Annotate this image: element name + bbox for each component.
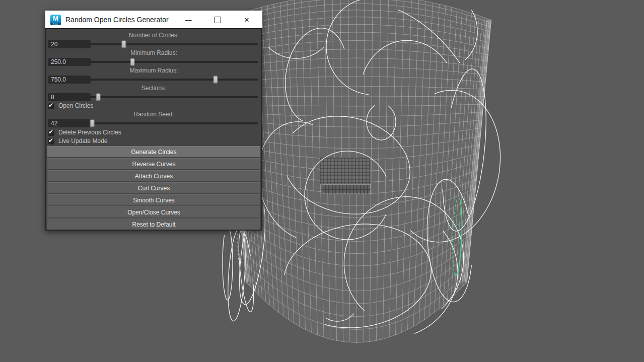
maya-icon-letter: M	[50, 15, 61, 23]
open-circles-checkbox-row[interactable]: ✔ Open Circles	[46, 103, 261, 109]
num-circles-field[interactable]	[48, 40, 91, 48]
maximize-icon	[214, 17, 221, 23]
minimize-icon: —	[185, 16, 192, 24]
max-radius-row	[46, 75, 261, 84]
maya-app-icon: M AVA	[50, 15, 61, 25]
max-radius-label: Maximum Radius:	[46, 67, 261, 74]
min-radius-row	[46, 57, 261, 66]
num-circles-slider[interactable]	[90, 43, 258, 45]
sections-row	[46, 93, 261, 102]
sections-slider[interactable]	[90, 96, 258, 98]
minimize-button[interactable]: —	[183, 11, 194, 29]
num-circles-row	[46, 40, 261, 49]
close-icon: ✕	[244, 16, 250, 24]
random-seed-row	[46, 119, 261, 128]
delete-previous-checkbox-label: Delete Previous Circles	[58, 129, 121, 136]
check-icon: ✔	[48, 128, 53, 135]
random-circles-dialog: M AVA Random Open Circles Generator — ✕ …	[45, 11, 262, 231]
open-circles-checkbox-label: Open Circles	[58, 103, 93, 109]
close-button[interactable]: ✕	[241, 11, 252, 29]
reverse-curves-button[interactable]: Reverse Curves	[47, 158, 260, 169]
random-seed-field[interactable]	[48, 119, 91, 127]
dialog-titlebar[interactable]: M AVA Random Open Circles Generator — ✕	[45, 11, 262, 29]
maya-icon-band: AVA	[50, 23, 61, 25]
open-circles-checkbox[interactable]: ✔	[48, 103, 54, 109]
dialog-body: Number of Circles: Minimum Radius: Maxim…	[45, 29, 262, 231]
generate-circles-button[interactable]: Generate Circles	[47, 146, 260, 157]
live-update-checkbox-row[interactable]: ✔ Live Update Mode	[46, 138, 261, 144]
attach-curves-button[interactable]: Attach Curves	[47, 170, 260, 181]
maximize-button[interactable]	[212, 11, 223, 29]
dialog-title: Random Open Circles Generator	[65, 11, 169, 29]
live-update-checkbox-label: Live Update Mode	[58, 138, 107, 144]
random-seed-slider[interactable]	[90, 122, 258, 124]
random-seed-label: Random Seed:	[46, 111, 261, 118]
sections-slider-handle[interactable]	[96, 94, 100, 101]
random-seed-slider-handle[interactable]	[90, 120, 94, 127]
open-close-curves-button[interactable]: Open/Close Curves	[47, 206, 260, 218]
live-update-checkbox[interactable]: ✔	[48, 138, 54, 144]
sections-label: Sections:	[46, 85, 261, 92]
max-radius-slider-handle[interactable]	[213, 76, 218, 84]
sections-field[interactable]	[48, 93, 91, 101]
reset-to-default-button[interactable]: Reset to Default	[47, 219, 260, 230]
check-icon: ✔	[48, 137, 53, 144]
max-radius-field[interactable]	[48, 76, 91, 84]
smooth-curves-button[interactable]: Smooth Curves	[47, 194, 260, 205]
min-radius-field[interactable]	[48, 58, 91, 66]
min-radius-slider[interactable]	[90, 61, 258, 63]
button-stack: Generate Circles Reverse Curves Attach C…	[46, 146, 261, 230]
max-radius-slider[interactable]	[90, 79, 258, 81]
check-icon: ✔	[48, 102, 53, 109]
curl-curves-button[interactable]: Curl Curves	[47, 182, 260, 193]
num-circles-slider-handle[interactable]	[122, 41, 126, 48]
min-radius-label: Minimum Radius:	[46, 50, 261, 56]
min-radius-slider-handle[interactable]	[130, 58, 135, 66]
delete-previous-checkbox-row[interactable]: ✔ Delete Previous Circles	[46, 129, 261, 136]
num-circles-label: Number of Circles:	[46, 32, 261, 39]
delete-previous-checkbox[interactable]: ✔	[48, 130, 54, 136]
